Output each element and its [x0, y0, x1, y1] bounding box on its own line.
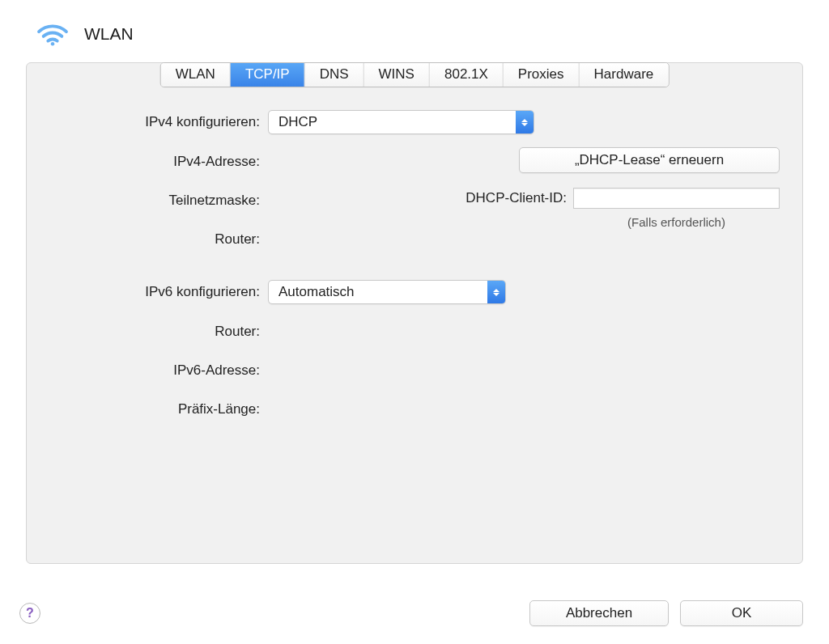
network-advanced-window: WLAN WLAN TCP/IP DNS WINS 802.1X Proxies…	[0, 0, 829, 644]
ipv6-configure-popup[interactable]: Automatisch	[268, 280, 506, 304]
ipv6-configure-value: Automatisch	[278, 284, 487, 300]
dhcp-client-id-input[interactable]	[573, 188, 780, 209]
cancel-button[interactable]: Abbrechen	[529, 600, 669, 626]
tcpip-panel: IPv4 konfigurieren: DHCP IPv4-Adresse:	[26, 62, 803, 564]
chevrons-icon	[487, 281, 505, 303]
ipv4-configure-popup[interactable]: DHCP	[268, 110, 534, 134]
tab-proxies[interactable]: Proxies	[504, 63, 580, 87]
ipv4-configure-value: DHCP	[278, 114, 516, 130]
bottom-bar: ? Abbrechen OK	[19, 600, 803, 626]
tab-wlan[interactable]: WLAN	[161, 63, 231, 87]
tab-bar: WLAN TCP/IP DNS WINS 802.1X Proxies Hard…	[160, 62, 670, 87]
page-title: WLAN	[84, 24, 134, 44]
prefix-length-label: Präfix-Länge:	[51, 401, 268, 417]
tab-dns[interactable]: DNS	[305, 63, 364, 87]
dhcp-client-id-label: DHCP-Client-ID:	[466, 190, 567, 206]
ok-button[interactable]: OK	[680, 600, 803, 626]
chevrons-icon	[516, 111, 534, 133]
router-ipv6-label: Router:	[51, 324, 268, 340]
tab-hardware[interactable]: Hardware	[580, 63, 669, 87]
ipv4-address-label: IPv4-Adresse:	[51, 154, 268, 170]
ipv6-configure-label: IPv6 konfigurieren:	[51, 284, 268, 300]
tab-wins[interactable]: WINS	[364, 63, 430, 87]
ipv6-address-label: IPv6-Adresse:	[51, 362, 268, 379]
router-label: Router:	[51, 231, 268, 248]
svg-point-0	[51, 42, 55, 46]
ipv4-configure-label: IPv4 konfigurieren:	[51, 114, 268, 130]
subnet-mask-label: Teilnetzmaske:	[51, 193, 268, 209]
help-button[interactable]: ?	[19, 603, 40, 624]
wifi-icon	[36, 21, 70, 47]
tab-8021x[interactable]: 802.1X	[430, 63, 504, 87]
tab-tcpip[interactable]: TCP/IP	[231, 63, 305, 87]
dhcp-client-id-hint: (Falls erforderlich)	[573, 215, 780, 229]
header: WLAN	[0, 0, 829, 50]
renew-dhcp-lease-button[interactable]: „DHCP-Lease“ erneuern	[519, 147, 780, 173]
